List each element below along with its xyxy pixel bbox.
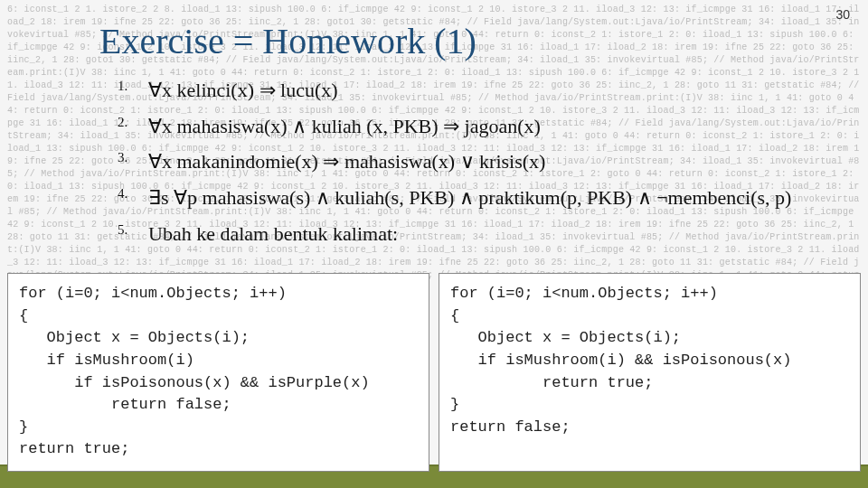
page-number: 30 — [835, 7, 850, 22]
item-text: ∀x makanindomie(x) ⇒ mahasiswa(x) ∨ kris… — [148, 148, 832, 175]
list-item: 5. Ubah ke dalam bentuk kalimat: — [118, 221, 832, 248]
item-number: 3. — [118, 148, 148, 166]
item-text: ∀x mahasiswa(x) ∧ kuliah (x, PKB) ⇒ jago… — [148, 113, 832, 140]
item-text: ∀x kelinci(x) ⇒ lucu(x) — [148, 77, 832, 104]
code-boxes-row: for (i=0; i<num.Objects; i++) { Object x… — [7, 273, 861, 472]
item-number: 5. — [118, 221, 148, 239]
slide-title: Exercise = Homework (1) — [99, 20, 476, 62]
item-number: 4. — [118, 184, 148, 202]
list-item: 1. ∀x kelinci(x) ⇒ lucu(x) — [118, 77, 832, 104]
exercise-list: 1. ∀x kelinci(x) ⇒ lucu(x) 2. ∀x mahasis… — [118, 77, 832, 256]
item-text: Ubah ke dalam bentuk kalimat: — [148, 221, 832, 248]
list-item: 2. ∀x mahasiswa(x) ∧ kuliah (x, PKB) ⇒ j… — [118, 113, 832, 140]
code-box-right: for (i=0; i<num.Objects; i++) { Object x… — [439, 273, 861, 472]
slide: 6: iconst_1 2 1. istore_2 2 8. iload_1 1… — [0, 0, 868, 488]
list-item: 3. ∀x makanindomie(x) ⇒ mahasiswa(x) ∨ k… — [118, 148, 832, 175]
item-number: 1. — [118, 77, 148, 95]
item-number: 2. — [118, 113, 148, 131]
item-text: ∃s ∀p mahasiswa(s) ∧ kuliah(s, PKB) ∧ pr… — [148, 184, 832, 211]
code-box-left: for (i=0; i<num.Objects; i++) { Object x… — [7, 273, 429, 472]
list-item: 4. ∃s ∀p mahasiswa(s) ∧ kuliah(s, PKB) ∧… — [118, 184, 832, 211]
